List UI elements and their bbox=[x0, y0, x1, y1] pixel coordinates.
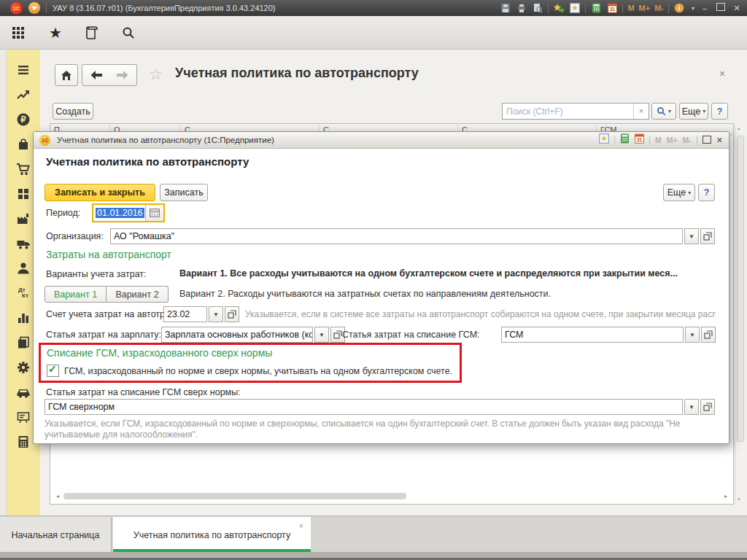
save-button[interactable]: Записать bbox=[160, 184, 208, 201]
gear-icon[interactable] bbox=[15, 359, 32, 376]
memory-add-button[interactable]: M+ bbox=[639, 0, 651, 16]
minimize-button[interactable]: – bbox=[699, 0, 711, 16]
restore-button[interactable] bbox=[715, 0, 727, 16]
memory-add-button: M+ bbox=[667, 136, 678, 144]
cost-account-input[interactable]: 23.02 bbox=[163, 306, 207, 322]
info-icon[interactable]: i bbox=[673, 2, 685, 14]
scroll-up-icon[interactable]: ▴ bbox=[738, 125, 740, 131]
factory-icon[interactable] bbox=[15, 210, 32, 228]
favorites-star-icon[interactable]: ★ bbox=[47, 24, 64, 42]
window-titlebar: 1С УАУ 8 (3.16.07.т01) (БухгалтерияПредп… bbox=[0, 0, 747, 16]
car-icon[interactable] bbox=[15, 384, 32, 401]
search-options-button[interactable]: ▾ bbox=[651, 103, 676, 120]
ruble-icon[interactable]: ₽ bbox=[15, 111, 32, 128]
favorites-icon[interactable] bbox=[569, 2, 581, 14]
dtkt-icon[interactable]: ДтКт bbox=[15, 284, 32, 302]
organization-dropdown-icon[interactable]: ▼ bbox=[684, 228, 699, 244]
gsm-item-open-icon[interactable] bbox=[701, 327, 716, 343]
gsm-item-input[interactable]: ГСМ bbox=[501, 327, 684, 343]
calculator-icon[interactable] bbox=[590, 2, 602, 14]
gsm-item-dropdown-icon[interactable]: ▼ bbox=[685, 327, 700, 343]
cost-account-open-icon[interactable] bbox=[225, 306, 239, 322]
divider bbox=[548, 4, 549, 13]
scroll-left-icon[interactable]: ◂ bbox=[53, 493, 62, 499]
variant1-button[interactable]: Вариант 1 bbox=[44, 286, 107, 303]
dialog-more-button[interactable]: Еще▾ bbox=[663, 184, 695, 201]
search-clear-icon[interactable]: × bbox=[633, 104, 649, 119]
gsm-over-checkbox[interactable] bbox=[47, 365, 59, 377]
scroll-right-icon[interactable]: ▸ bbox=[721, 493, 730, 499]
divider bbox=[668, 4, 669, 13]
add-to-favorites-icon[interactable] bbox=[553, 2, 565, 14]
shopping-bag-icon[interactable] bbox=[15, 136, 32, 153]
gsm-over-checkbox-label[interactable]: ГСМ, израсходованный по норме и сверх но… bbox=[64, 366, 452, 376]
gsm-over-dropdown-icon[interactable]: ▼ bbox=[684, 399, 699, 415]
history-icon[interactable] bbox=[83, 24, 101, 42]
memory-recall-button[interactable]: M bbox=[627, 0, 634, 16]
bar-chart-icon[interactable] bbox=[15, 309, 32, 327]
calculator-icon[interactable] bbox=[620, 133, 630, 147]
info-dropdown-caret-icon[interactable]: ▾ bbox=[692, 5, 694, 12]
system-menu-button[interactable] bbox=[28, 2, 40, 14]
period-input[interactable]: 01.01.2016 bbox=[93, 205, 145, 221]
dialog-titlebar[interactable]: 1С Учетная политика по автотранспорту (1… bbox=[34, 132, 729, 149]
blocks-icon[interactable] bbox=[15, 185, 32, 203]
calculator-icon[interactable] bbox=[15, 433, 32, 451]
horizontal-scrollbar[interactable]: ◂ ▸ bbox=[53, 491, 730, 501]
vertical-scrollbar[interactable]: ▴ ▾ bbox=[735, 123, 746, 505]
sections-grid-icon[interactable] bbox=[10, 24, 28, 42]
global-search-icon[interactable] bbox=[120, 24, 137, 42]
board-icon[interactable] bbox=[15, 408, 32, 426]
close-dialog-button[interactable]: ✕ bbox=[716, 136, 723, 145]
variant2-button[interactable]: Вариант 2 bbox=[107, 286, 169, 303]
divider bbox=[649, 136, 650, 145]
dialog-help-button[interactable]: ? bbox=[698, 184, 715, 201]
variant1-description: Вариант 1. Все расходы учитываются на од… bbox=[179, 268, 716, 279]
back-button[interactable] bbox=[82, 64, 111, 86]
scroll-down-icon[interactable]: ▾ bbox=[738, 497, 740, 502]
tab-accounting-policy[interactable]: Учетная политика по автотранспорту × bbox=[113, 517, 311, 553]
tab-close-icon[interactable]: × bbox=[299, 521, 303, 530]
truck-icon[interactable] bbox=[15, 235, 32, 252]
search-input[interactable] bbox=[503, 106, 633, 117]
organization-input[interactable]: АО "Ромашка" bbox=[110, 228, 683, 244]
svg-text:₽: ₽ bbox=[20, 115, 26, 124]
shopping-cart-icon[interactable] bbox=[15, 160, 32, 178]
organization-open-icon[interactable] bbox=[700, 228, 715, 244]
menu-icon[interactable] bbox=[15, 61, 32, 79]
svg-text:31: 31 bbox=[637, 137, 643, 142]
horizontal-scroll-thumb[interactable] bbox=[63, 493, 406, 499]
trend-icon[interactable] bbox=[15, 86, 32, 104]
gsm-over-input[interactable]: ГСМ сверхнорм bbox=[44, 399, 683, 415]
cost-account-dropdown-icon[interactable]: ▼ bbox=[209, 306, 223, 322]
gsm-over-open-icon[interactable] bbox=[700, 399, 715, 415]
memory-subtract-button[interactable]: M- bbox=[654, 0, 664, 16]
organization-label: Организация: bbox=[46, 231, 104, 241]
dialog-1c-logo-icon: 1С bbox=[39, 135, 50, 146]
save-and-close-button[interactable]: Записать и закрыть bbox=[44, 184, 155, 201]
pages-icon[interactable] bbox=[15, 334, 32, 351]
save-icon bbox=[500, 2, 511, 14]
period-label: Период: bbox=[46, 208, 80, 218]
close-window-button[interactable]: ✕ bbox=[731, 0, 743, 16]
calendar-icon[interactable]: 31 bbox=[635, 133, 644, 147]
print-icon bbox=[516, 2, 527, 14]
person-icon[interactable] bbox=[15, 260, 32, 277]
maximize-dialog-button[interactable] bbox=[703, 133, 711, 147]
salary-item-input[interactable]: Зарплата основных работников (косвенные bbox=[161, 327, 313, 343]
forward-button[interactable] bbox=[109, 64, 137, 86]
form-close-icon[interactable]: × bbox=[719, 68, 725, 79]
list-help-button[interactable]: ? bbox=[711, 103, 728, 120]
tab-home-page[interactable]: Начальная страница bbox=[0, 517, 112, 553]
vertical-scroll-thumb[interactable] bbox=[737, 136, 744, 442]
organization-value: АО "Ромашка" bbox=[114, 231, 174, 241]
salary-item-dropdown-icon[interactable]: ▼ bbox=[314, 327, 329, 343]
calendar-icon[interactable]: 31 bbox=[606, 2, 618, 14]
home-button[interactable] bbox=[55, 64, 78, 86]
favorites-icon[interactable] bbox=[599, 133, 609, 147]
date-picker-icon[interactable] bbox=[145, 205, 163, 221]
gsm-item-value: ГСМ bbox=[505, 330, 524, 340]
list-more-button[interactable]: Еще▾ bbox=[679, 103, 708, 120]
favorite-toggle-star-icon[interactable]: ☆ bbox=[149, 66, 163, 83]
create-button[interactable]: Создать bbox=[53, 103, 93, 120]
